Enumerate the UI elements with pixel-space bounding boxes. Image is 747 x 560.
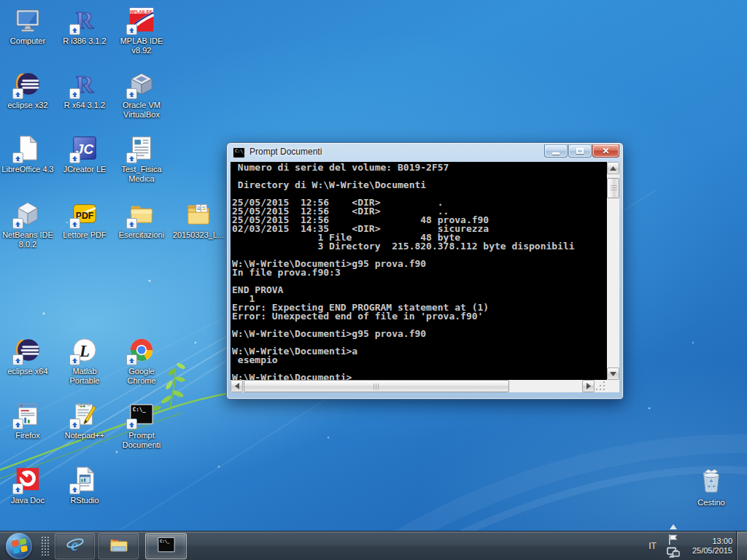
desktop-icon-label: Java Doc xyxy=(0,496,55,505)
desktop-icon-r-x64-3-1-2[interactable]: RR x64 3.1.2 xyxy=(57,70,112,110)
desktop-icon-eclipse-x32[interactable]: eclipse x32 xyxy=(0,70,55,110)
internet-explorer-icon: e xyxy=(65,534,85,558)
desktop-icon-esercitazioni[interactable]: Esercitazioni xyxy=(114,200,169,240)
desktop-icon-label: Notepad++ xyxy=(57,431,112,440)
windows-logo-icon xyxy=(11,538,26,554)
desktop-icon-computer[interactable]: Computer xyxy=(0,6,55,46)
desktop: ComputerRR i386 3.1.2MPLAB IDEMPLAB IDE … xyxy=(0,0,747,560)
shortcut-arrow-icon xyxy=(69,483,80,494)
desktop-icon-label: Cestino xyxy=(684,498,739,508)
shortcut-arrow-icon xyxy=(69,24,80,35)
vertical-scrollbar[interactable] xyxy=(607,162,619,380)
shortcut-arrow-icon xyxy=(12,218,23,229)
netbeans-icon xyxy=(14,200,42,228)
shortcut-arrow-icon xyxy=(69,88,80,99)
horizontal-scrollbar[interactable] xyxy=(231,380,595,392)
desktop-icon-label: eclipse x64 xyxy=(0,367,55,376)
svg-text:e: e xyxy=(71,536,78,554)
show-hidden-icons-icon[interactable] xyxy=(667,520,680,533)
resize-grip-icon xyxy=(595,380,607,392)
matlab-icon: L xyxy=(71,336,98,364)
mplab-icon: MPLAB IDE xyxy=(128,6,155,34)
desktop-icon-test-fisica-medica[interactable]: Test_Fisica Medica xyxy=(114,134,169,184)
r-logo-icon: R xyxy=(71,70,98,98)
shortcut-arrow-icon xyxy=(12,483,23,494)
desktop-icon-label: Matlab Portable xyxy=(57,367,112,386)
start-button[interactable] xyxy=(6,533,32,559)
shortcut-arrow-icon xyxy=(69,419,80,429)
folder-icon xyxy=(128,200,155,228)
desktop-icon-oracle-vm-virtualbox[interactable]: Oracle VM VirtualBox xyxy=(114,70,169,120)
resize-grip[interactable] xyxy=(595,380,607,392)
command-prompt-icon: C:\_ xyxy=(156,534,177,558)
eclipse-icon xyxy=(14,70,42,98)
action-center-flag-icon[interactable] xyxy=(667,533,680,546)
desktop-icon-label: Test_Fisica Medica xyxy=(114,165,169,184)
shortcut-arrow-icon xyxy=(126,152,137,163)
desktop-icon-notepad[interactable]: ++Notepad++ xyxy=(57,400,112,440)
taskbar-grip-handle[interactable] xyxy=(41,536,50,556)
app-window-icon xyxy=(14,400,42,428)
scroll-right-button[interactable] xyxy=(582,380,595,392)
r-logo-icon: R xyxy=(71,6,98,34)
arrow-up-icon xyxy=(610,166,616,171)
desktop-icon-jcreator-le[interactable]: JCJCreator LE xyxy=(57,134,112,174)
desktop-icon-label: 20150323_L... xyxy=(171,230,226,240)
taskbar-clock[interactable]: 13:00 25/05/2015 xyxy=(692,537,735,556)
horizontal-scroll-thumb[interactable] xyxy=(244,380,509,392)
network-icon[interactable] xyxy=(667,546,680,559)
scroll-left-button[interactable] xyxy=(231,380,243,392)
shortcut-arrow-icon xyxy=(126,24,137,35)
desktop-icon-rstudio[interactable]: RStudio xyxy=(57,465,112,505)
close-icon: ✕ xyxy=(602,147,609,155)
desktop-icon-label: Lettore PDF xyxy=(57,230,112,240)
taskbar-button-internet-explorer[interactable]: e xyxy=(55,533,95,559)
close-button[interactable]: ✕ xyxy=(592,144,619,158)
command-prompt-window: C:\_ Prompt Documenti ✕ Numero di serie … xyxy=(226,142,624,400)
desktop-icon-java-doc[interactable]: Java Doc xyxy=(0,465,55,505)
console-cursor: _ xyxy=(352,372,357,380)
desktop-icon-firefox[interactable]: Firefox xyxy=(0,400,55,440)
taskbar-button-command-prompt[interactable]: C:\_ xyxy=(145,533,187,559)
desktop-icon-mplab-ide-v8-92[interactable]: MPLAB IDEMPLAB IDE v8.92 xyxy=(114,6,169,55)
desktop-icon-r-i386-3-1-2[interactable]: RR i386 3.1.2 xyxy=(57,6,112,46)
shortcut-arrow-icon xyxy=(12,354,23,365)
taskbar-button-windows-explorer[interactable] xyxy=(98,533,139,559)
arrow-left-icon xyxy=(235,383,239,389)
desktop-icon-matlab-portable[interactable]: LMatlab Portable xyxy=(57,336,112,386)
scroll-up-button[interactable] xyxy=(607,162,619,174)
pdf-icon: PDF xyxy=(71,200,98,228)
desktop-icon-label: RStudio xyxy=(57,496,112,505)
shortcut-arrow-icon xyxy=(69,354,80,365)
notepadpp-icon: ++ xyxy=(71,400,98,428)
window-titlebar[interactable]: C:\_ Prompt Documenti ✕ xyxy=(227,143,623,162)
oracle-doc-icon xyxy=(14,465,42,493)
recycle-bin-full-icon xyxy=(697,467,725,495)
minimize-button[interactable] xyxy=(544,144,568,158)
vertical-scroll-thumb[interactable] xyxy=(607,178,619,198)
desktop-icon-eclipse-x64[interactable]: eclipse x64 xyxy=(0,336,55,376)
thumb-grip-icon xyxy=(611,185,617,191)
desktop-icon-label: LibreOffice 4.3 xyxy=(0,165,55,174)
desktop-icon-prompt-documenti[interactable]: C:\_Prompt Documenti xyxy=(114,400,169,450)
shortcut-arrow-icon xyxy=(12,88,23,99)
text-doc-icon xyxy=(128,134,155,162)
show-desktop-button[interactable] xyxy=(736,532,747,560)
desktop-icon-lettore-pdf[interactable]: PDFLettore PDF xyxy=(57,200,112,240)
desktop-icon-google-chrome[interactable]: Google Chrome xyxy=(114,336,169,386)
desktop-icon-label: JCreator LE xyxy=(57,165,112,174)
desktop-icon-cestino[interactable]: Cestino xyxy=(684,467,739,508)
scroll-down-button[interactable] xyxy=(607,368,619,380)
desktop-icon-netbeans-ide-8-0-2[interactable]: NetBeans IDE 8.0.2 xyxy=(0,200,55,249)
language-indicator[interactable]: IT xyxy=(649,541,657,551)
shortcut-arrow-icon xyxy=(12,419,23,429)
svg-text:L: L xyxy=(79,342,90,360)
shortcut-arrow-icon xyxy=(69,152,80,163)
desktop-icon-20150323-l[interactable]: 20150323_L... xyxy=(171,200,226,240)
shortcut-arrow-icon xyxy=(126,88,137,99)
maximize-button[interactable] xyxy=(568,144,592,158)
arrow-right-icon xyxy=(587,383,591,389)
jcreator-icon: JC xyxy=(71,134,98,162)
desktop-icon-libreoffice-4-3[interactable]: LibreOffice 4.3 xyxy=(0,134,55,174)
desktop-icon-label: NetBeans IDE 8.0.2 xyxy=(0,230,55,249)
